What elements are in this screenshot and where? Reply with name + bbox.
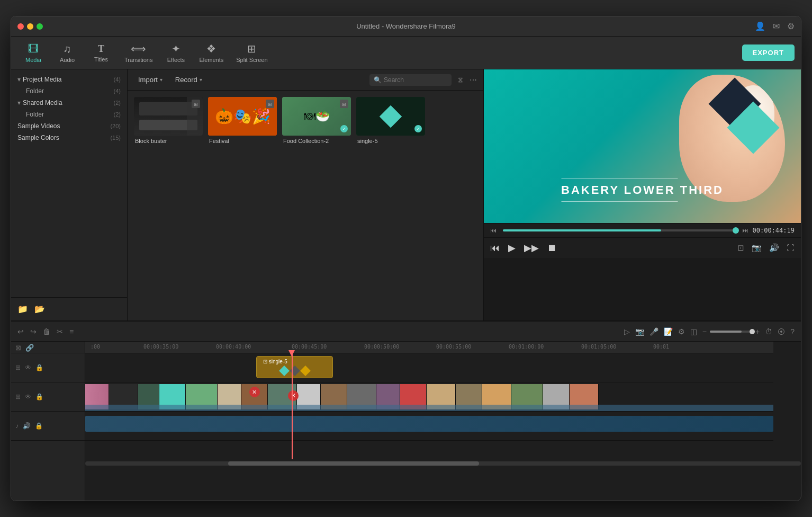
titlebar-icons: 👤 ✉ ⚙ bbox=[755, 21, 795, 31]
video-eye-icon[interactable]: 👁 bbox=[25, 393, 31, 400]
tab-audio[interactable]: ♫ Audio bbox=[51, 40, 83, 66]
picture-in-picture-icon[interactable]: ⊡ bbox=[737, 243, 744, 253]
svg-text:⊞: ⊞ bbox=[268, 102, 272, 107]
folder-icon[interactable]: 📂 bbox=[34, 304, 45, 314]
delete-icon[interactable]: 🗑 bbox=[43, 327, 50, 336]
user-icon[interactable]: 👤 bbox=[755, 21, 765, 31]
zoom-out-icon[interactable]: − bbox=[702, 327, 707, 336]
sidebar-item-shared-folder[interactable]: Folder (2) bbox=[11, 109, 127, 120]
tab-titles[interactable]: T Titles bbox=[85, 40, 117, 66]
progress-fill bbox=[503, 229, 661, 231]
vertical-split-icon[interactable]: ⦿ bbox=[778, 327, 785, 336]
redo-icon[interactable]: ↪ bbox=[30, 327, 37, 336]
timeline: ↩ ↪ 🗑 ✂ ≡ ▷ 📷 🎤 📝 ⚙ ◫ − + bbox=[11, 320, 801, 501]
audio-icon: ♫ bbox=[64, 43, 71, 55]
sidebar-item-project-media[interactable]: ▾ Project Media (4) bbox=[11, 74, 127, 85]
scrollbar-thumb[interactable] bbox=[228, 461, 479, 466]
audio-eye-icon[interactable]: 🔊 bbox=[23, 422, 31, 430]
timer-icon[interactable]: ⏱ bbox=[765, 327, 772, 336]
sidebar-item-shared-media[interactable]: ▾ Shared Media (2) bbox=[11, 97, 127, 109]
festival-thumbnail: 🎃🎭🎉 ⊞ bbox=[208, 97, 277, 136]
sidebar-item-sample-colors[interactable]: Sample Colors (15) bbox=[11, 132, 127, 144]
main-toolbar: 🎞 Media ♫ Audio T Titles ⟺ Transitions ✦… bbox=[11, 37, 801, 69]
camera-icon[interactable]: 📷 bbox=[635, 327, 644, 336]
svg-text:⊞: ⊞ bbox=[342, 102, 346, 107]
lock-icon[interactable]: 🔒 bbox=[35, 364, 43, 371]
export-button[interactable]: EXPORT bbox=[742, 44, 795, 61]
media-icon: 🎞 bbox=[28, 43, 39, 55]
cut-icon[interactable]: ✂ bbox=[57, 327, 63, 336]
minimize-button[interactable] bbox=[27, 23, 33, 30]
close-button[interactable] bbox=[17, 23, 24, 30]
tab-splitscreen[interactable]: ⊞ Split Screen bbox=[231, 39, 273, 66]
tab-elements[interactable]: ❖ Elements bbox=[194, 39, 229, 66]
progress-bar[interactable] bbox=[503, 229, 736, 231]
fullscreen-icon[interactable]: ⛶ bbox=[787, 243, 795, 253]
media-toolbar: Import ▾ Record ▾ 🔍 ⧖ ⋯ bbox=[128, 69, 483, 91]
settings2-icon[interactable]: ⚙ bbox=[678, 327, 685, 336]
ruler-tick: 00:00:35:00 bbox=[143, 344, 178, 350]
media-item-festival[interactable]: 🎃🎭🎉 ⊞ Festival bbox=[208, 97, 277, 144]
zoom-dot bbox=[750, 329, 755, 334]
preview-title: BAKERY LOWER THIRD bbox=[561, 183, 724, 197]
maximize-button[interactable] bbox=[37, 23, 43, 30]
snapshot-icon[interactable]: 📷 bbox=[752, 243, 762, 253]
split-icon[interactable]: ◫ bbox=[690, 327, 697, 336]
time-display: 00:00:44:19 bbox=[753, 227, 795, 234]
play-forward-button[interactable]: ▶▶ bbox=[524, 242, 539, 254]
step-back-button[interactable]: ⏮ bbox=[490, 243, 500, 254]
add-clip-icon[interactable]: ▷ bbox=[624, 327, 630, 336]
eye-icon[interactable]: 👁 bbox=[25, 364, 31, 371]
mail-icon[interactable]: ✉ bbox=[773, 21, 780, 31]
volume-icon[interactable]: 🔊 bbox=[769, 243, 779, 253]
undo-icon[interactable]: ↩ bbox=[17, 327, 24, 336]
titles-icon: T bbox=[98, 43, 104, 55]
tab-transitions[interactable]: ⟺ Transitions bbox=[119, 39, 158, 66]
clip-single5[interactable]: ⊡ single-5 bbox=[256, 356, 333, 378]
import-button[interactable]: Import ▾ bbox=[134, 74, 167, 86]
grid-view-icon[interactable]: ⋯ bbox=[470, 76, 477, 84]
adjust-icon[interactable]: ≡ bbox=[69, 327, 74, 336]
video-lock-icon[interactable]: 🔒 bbox=[35, 393, 43, 400]
zoom-bar[interactable] bbox=[710, 331, 752, 333]
play-button[interactable]: ▶ bbox=[508, 242, 516, 254]
tab-media[interactable]: 🎞 Media bbox=[17, 40, 49, 66]
sidebar: ▾ Project Media (4) Folder (4) ▾ Shared … bbox=[11, 69, 128, 320]
sidebar-item-sample-videos[interactable]: Sample Videos (20) bbox=[11, 120, 127, 132]
text-icon[interactable]: 📝 bbox=[664, 327, 673, 336]
media-item-single5[interactable]: ✓ single-5 bbox=[356, 97, 425, 144]
tab-effects[interactable]: ✦ Effects bbox=[160, 39, 192, 66]
horizontal-scrollbar[interactable] bbox=[85, 461, 801, 466]
timeline-right-controls: ▷ 📷 🎤 📝 ⚙ ◫ − + ⏱ ⦿ ? bbox=[624, 327, 795, 336]
timeline-tracks: ⊡ single-5 ✕ bbox=[85, 353, 773, 459]
zoom-fill bbox=[710, 331, 742, 333]
preview-controls-bar: ⏮ ⏭ 00:00:44:19 bbox=[484, 223, 801, 237]
music-icon: ♪ bbox=[15, 422, 19, 430]
tab-titles-label: Titles bbox=[94, 56, 108, 63]
search-box[interactable]: 🔍 bbox=[369, 74, 452, 86]
search-input[interactable] bbox=[384, 76, 447, 84]
settings-icon[interactable]: ⚙ bbox=[787, 21, 795, 31]
sidebar-item-project-folder[interactable]: Folder (4) bbox=[11, 85, 127, 97]
record-button[interactable]: Record ▾ bbox=[171, 74, 206, 86]
search-icon: 🔍 bbox=[374, 76, 382, 84]
media-item-food[interactable]: 🍽🥗 ✓ ⊞ Food Collection-2 bbox=[282, 97, 351, 144]
fit-icon[interactable]: ⊠ bbox=[15, 344, 21, 352]
filter-icon[interactable]: ⧖ bbox=[458, 75, 463, 84]
app-window: Untitled - Wondershare Filmora9 👤 ✉ ⚙ 🎞 … bbox=[11, 16, 801, 501]
audio-waveform bbox=[85, 405, 773, 411]
mic-icon[interactable]: 🎤 bbox=[649, 327, 658, 336]
audio-lock-icon[interactable]: 🔒 bbox=[35, 422, 43, 430]
add-folder-icon[interactable]: 📁 bbox=[17, 304, 28, 314]
link-icon[interactable]: 🔗 bbox=[25, 344, 34, 352]
media-item-blockbuster[interactable]: ⊞ Block buster bbox=[134, 97, 203, 144]
blockbuster-label: Block buster bbox=[134, 138, 203, 144]
stop-button[interactable]: ⏹ bbox=[547, 243, 557, 254]
timeline-tracks-area: :00 00:00:35:00 00:00:40:00 00:00:45:00 … bbox=[85, 342, 801, 501]
single5-label: single-5 bbox=[356, 138, 425, 144]
zoom-in-icon[interactable]: + bbox=[755, 327, 760, 336]
chevron-down-icon: ▾ bbox=[17, 76, 21, 83]
tab-media-label: Media bbox=[25, 57, 41, 63]
playhead[interactable] bbox=[292, 353, 293, 459]
help-icon[interactable]: ? bbox=[790, 327, 795, 336]
